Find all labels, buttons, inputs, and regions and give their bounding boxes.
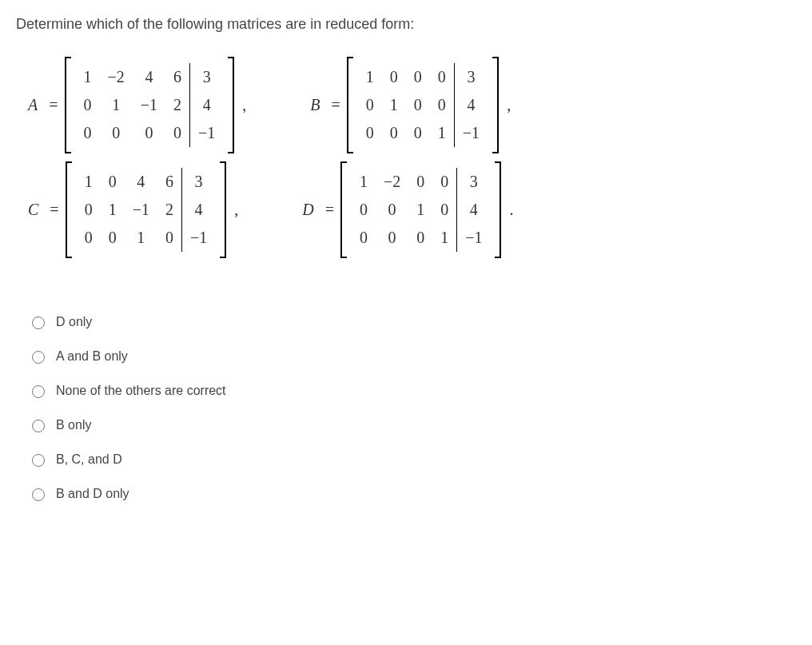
option-radio-1[interactable]	[32, 351, 45, 364]
matrix-cell: 0	[77, 224, 101, 252]
matrix-cell: 0	[101, 168, 125, 196]
option-2[interactable]: None of the others are correct	[28, 383, 796, 398]
matrix-cell: 6	[157, 168, 182, 196]
matrix-cell: 1	[358, 63, 382, 91]
matrix-cell: −1	[133, 91, 165, 119]
matrix-cell: 0	[358, 119, 382, 147]
matrix-cell: 4	[125, 168, 157, 196]
matrix-cell: 0	[408, 224, 432, 252]
matrix-cell: 1	[77, 168, 101, 196]
matrix-cell: 1	[408, 196, 432, 224]
matrix-cell: 4	[190, 91, 224, 119]
matrix-cell: 4	[181, 196, 215, 224]
equals-sign: =	[325, 201, 334, 219]
matrix-cell: 0	[76, 91, 100, 119]
matrix-cell: 3	[457, 168, 491, 196]
matrix-cell: 0	[352, 224, 376, 252]
option-label: B, C, and D	[56, 452, 122, 467]
matrix-cell: 4	[454, 91, 488, 119]
option-radio-3[interactable]	[32, 420, 45, 432]
matrix-cell: −2	[376, 168, 408, 196]
punct: .	[509, 201, 513, 219]
matrix-label-C: C	[28, 201, 38, 219]
option-label: None of the others are correct	[56, 384, 226, 398]
equals-sign: =	[332, 96, 340, 114]
matrix-cell: 1	[100, 91, 133, 119]
matrix-cell: −1	[454, 119, 488, 147]
matrix-cell: 1	[382, 91, 406, 119]
matrix-cell: 1	[432, 224, 457, 252]
punct: ,	[234, 201, 238, 219]
option-radio-0[interactable]	[32, 317, 45, 329]
matrix-cell: 0	[406, 119, 430, 147]
matrix-cell: 0	[77, 196, 101, 224]
matrix-cell: 0	[430, 63, 455, 91]
option-label: B only	[56, 418, 91, 432]
matrix-cell: 0	[406, 91, 430, 119]
matrix-cell: 4	[457, 196, 491, 224]
matrix-cell: 0	[406, 63, 430, 91]
matrix-cell: −1	[125, 196, 157, 224]
matrix-cell: 0	[430, 91, 455, 119]
matrix-cell: 3	[190, 63, 224, 91]
matrix-cell: −1	[181, 224, 215, 252]
option-4[interactable]: B, C, and D	[28, 452, 796, 467]
matrix-cell: 1	[352, 168, 376, 196]
matrix-cell: 0	[432, 196, 457, 224]
matrix-D: D = 1 −2 0 0 3 0 0 1 0	[302, 161, 513, 258]
option-radio-5[interactable]	[32, 488, 45, 501]
matrix-cell: 6	[165, 63, 190, 91]
matrix-label-B: B	[310, 96, 320, 114]
matrix-cell: −1	[457, 224, 491, 252]
matrix-cell: 1	[76, 63, 100, 91]
matrix-cell: 4	[133, 63, 165, 91]
matrix-cell: 0	[376, 196, 408, 224]
matrix-cell: 0	[157, 224, 182, 252]
matrix-cell: 0	[358, 91, 382, 119]
matrix-cell: −1	[190, 119, 224, 147]
matrix-cell: 1	[125, 224, 157, 252]
punct: ,	[242, 96, 246, 114]
matrix-cell: 2	[165, 91, 190, 119]
option-5[interactable]: B and D only	[28, 486, 796, 501]
matrix-cell: 0	[382, 63, 406, 91]
matrix-cell: 0	[376, 224, 408, 252]
matrix-cell: 1	[101, 196, 125, 224]
matrix-cell: 3	[454, 63, 488, 91]
matrix-cell: 1	[430, 119, 455, 147]
question-text: Determine which of the following matrice…	[16, 16, 796, 33]
matrix-cell: 0	[432, 168, 457, 196]
punct: ,	[507, 96, 511, 114]
options-list: D only A and B only None of the others a…	[16, 314, 796, 501]
matrix-cell: 2	[157, 196, 182, 224]
option-radio-2[interactable]	[32, 385, 45, 398]
matrix-cell: 0	[76, 119, 100, 147]
option-radio-4[interactable]	[32, 454, 45, 467]
equals-sign: =	[50, 201, 58, 219]
matrix-cell: 0	[408, 168, 432, 196]
matrix-cell: 0	[101, 224, 125, 252]
option-1[interactable]: A and B only	[28, 348, 796, 364]
matrix-A: A = 1 −2 4 6 3 0 1 −1 2	[28, 57, 246, 153]
matrix-cell: −2	[100, 63, 133, 91]
matrix-cell: 0	[165, 119, 190, 147]
matrix-cell: 0	[352, 196, 376, 224]
matrix-cell: 0	[100, 119, 133, 147]
matrix-C: C = 1 0 4 6 3 0 1 −1 2	[28, 161, 238, 258]
matrix-cell: 0	[133, 119, 165, 147]
matrix-B: B = 1 0 0 0 3 0 1 0 0	[310, 57, 511, 153]
option-label: D only	[56, 315, 92, 329]
matrix-cell: 3	[181, 168, 215, 196]
matrix-cell: 0	[382, 119, 406, 147]
option-label: B and D only	[56, 487, 129, 501]
matrix-label-A: A	[28, 96, 38, 114]
equals-sign: =	[49, 96, 58, 114]
option-0[interactable]: D only	[28, 314, 796, 329]
option-3[interactable]: B only	[28, 417, 796, 432]
option-label: A and B only	[56, 349, 128, 364]
matrix-label-D: D	[302, 201, 313, 219]
